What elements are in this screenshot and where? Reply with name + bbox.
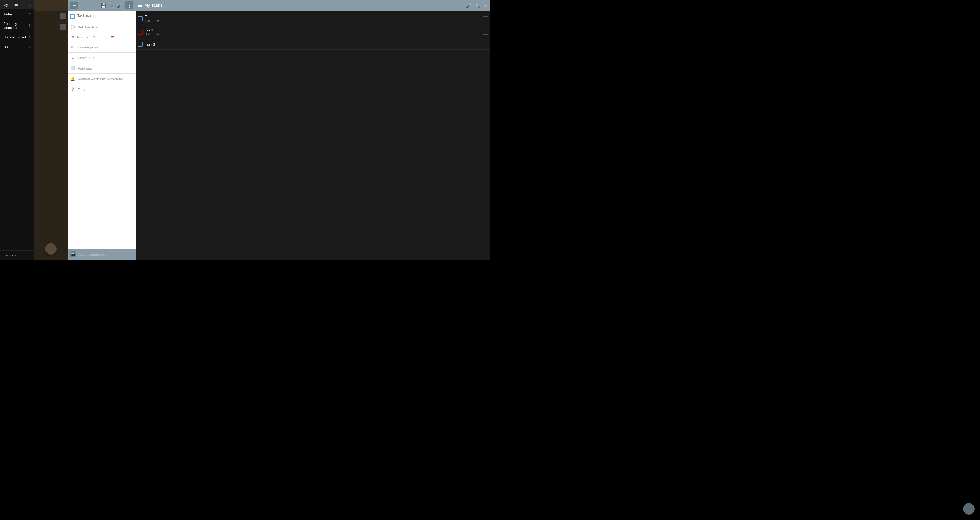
sidebar-item-today-label: Today [3, 12, 13, 16]
comment-input[interactable] [78, 252, 134, 257]
sidebar-item-uncategorized[interactable]: Uncategorized 1 [0, 32, 34, 42]
settings-button[interactable]: Settings [0, 250, 34, 260]
hide-icon: ⬜ [70, 66, 75, 71]
tasks-search-icon[interactable]: 🔍 [475, 3, 480, 8]
detail-body: 🕐 Set due date ⚑ Priority ! !! !!! ✏ Unc… [68, 11, 136, 249]
detail-footer: 📷 [68, 249, 136, 260]
tasks-list: Test Sat | List Test2 Sat | List [136, 11, 490, 260]
task-item-test2[interactable]: Test2 Sat | List [136, 26, 490, 39]
sidebar-item-today-count: 1 [29, 13, 30, 16]
save-icon[interactable]: 💾 [101, 3, 107, 8]
description-label: Description... [78, 56, 134, 60]
task-test-sep: | [152, 19, 153, 22]
task-test2-meta: Sat | List [145, 33, 481, 36]
tasks-header-title: My Tasks [144, 3, 162, 8]
sidebar-item-uncategorized-label: Uncategorized [3, 35, 26, 39]
priority-high-option[interactable]: !!! [111, 35, 114, 39]
mic-icon[interactable]: 🎤 [117, 3, 123, 8]
remind-row[interactable]: 🔔 Remind when due & overdue [68, 74, 136, 84]
task-test-meta: Sat | List [145, 19, 481, 22]
tasks-more-icon[interactable]: ⋮ [484, 3, 488, 8]
task-test-name: Test [145, 14, 481, 19]
task-test2-checkbox[interactable] [138, 30, 143, 35]
sidebar-item-uncategorized-count: 1 [29, 35, 30, 39]
sidebar-item-list[interactable]: List 2 [0, 42, 34, 51]
detail-header: ← 💾 📎 🎤 ⋮ [68, 0, 136, 11]
hamburger-line-3 [138, 6, 142, 7]
sidebar-item-list-label: List [3, 45, 9, 49]
category-row[interactable]: ✏ Uncategorized [68, 42, 136, 53]
priority-row: ⚑ Priority ! !! !!! [68, 32, 136, 42]
task-test2-list: List [154, 33, 159, 36]
tasks-header: My Tasks 🎤 🔍 ⋮ [136, 0, 490, 11]
remind-label: Remind when due & overdue [78, 77, 134, 81]
sidebar-item-recently-modified-count: 3 [29, 24, 30, 28]
priority-medium-option[interactable]: !! [105, 35, 107, 39]
task-test2-complete-box[interactable] [483, 30, 488, 35]
list-panel-item-2[interactable] [34, 21, 68, 32]
hide-until-row[interactable]: ⬜ Hide until [68, 63, 136, 74]
sidebar-item-my-tasks-count: 3 [29, 3, 30, 7]
task-name-checkbox[interactable] [70, 14, 75, 19]
due-date-row[interactable]: 🕐 Set due date [68, 22, 136, 32]
sidebar: My Tasks 3 Today 1 Recently Modified 3 U… [0, 0, 34, 260]
bell-icon: 🔔 [70, 77, 75, 81]
more-icon[interactable]: ⋮ [125, 2, 134, 10]
list-item-square-2 [60, 24, 66, 30]
camera-icon[interactable]: 📷 [70, 251, 76, 257]
list-item-square-1 [60, 13, 66, 19]
tasks-header-icons: 🎤 🔍 ⋮ [466, 3, 488, 8]
description-icon: ≡ [70, 55, 75, 60]
clock-icon: 🕐 [70, 25, 75, 30]
timer-label: Timer [78, 88, 134, 91]
back-icon: ← [72, 3, 76, 8]
detail-panel: ← 💾 📎 🎤 ⋮ 🕐 Set due date ⚑ Priority ! [68, 0, 136, 260]
task-task3-info: Task 3 [145, 42, 488, 46]
sidebar-item-recently-modified-label: Recently Modified [3, 22, 29, 30]
detail-header-icons: 💾 📎 🎤 ⋮ [101, 2, 134, 10]
sidebar-item-my-tasks-label: My Tasks [3, 3, 18, 7]
task-name-row[interactable] [68, 11, 136, 22]
task-test-date: Sat [145, 19, 150, 22]
task-test-complete-box[interactable] [483, 16, 488, 21]
hamburger-line-1 [138, 4, 142, 4]
attach-icon[interactable]: 📎 [109, 3, 115, 8]
tasks-header-left: My Tasks [138, 3, 162, 8]
priority-options: ! !! !!! [93, 35, 134, 39]
description-row[interactable]: ≡ Description... [68, 53, 136, 63]
category-label: Uncategorized [78, 45, 134, 49]
priority-none-option[interactable] [93, 36, 95, 38]
flag-icon: ⚑ [70, 35, 75, 40]
task-item-task3[interactable]: Task 3 [136, 39, 490, 49]
tasks-mic-icon[interactable]: 🎤 [466, 3, 472, 8]
sidebar-item-list-count: 2 [29, 45, 30, 49]
hamburger-icon[interactable] [138, 4, 142, 7]
list-panel-item-1[interactable] [34, 11, 68, 21]
hamburger-line-2 [138, 5, 142, 6]
list-panel-fab-icon: + [49, 245, 53, 253]
timer-row[interactable]: ⏱ Timer [68, 84, 136, 95]
list-panel: + [34, 0, 68, 260]
list-panel-fab[interactable]: + [45, 243, 57, 255]
sidebar-item-recently-modified[interactable]: Recently Modified 3 [0, 19, 34, 32]
sidebar-item-my-tasks[interactable]: My Tasks 3 [0, 0, 34, 10]
task-test-checkbox[interactable] [138, 16, 143, 21]
task-test-list: List [154, 19, 159, 22]
task-test-info: Test Sat | List [145, 14, 481, 22]
list-panel-header [34, 0, 68, 11]
task-task3-checkbox[interactable] [138, 42, 143, 46]
sidebar-item-today[interactable]: Today 1 [0, 10, 34, 19]
list-panel-items [34, 11, 68, 260]
task-test2-sep: | [152, 33, 153, 36]
back-button[interactable]: ← [70, 2, 78, 10]
priority-label: Priority [77, 35, 91, 39]
task-test2-info: Test2 Sat | List [145, 28, 481, 36]
due-date-label: Set due date [78, 25, 134, 29]
task-item-test[interactable]: Test Sat | List [136, 12, 490, 26]
task-test2-date: Sat [145, 33, 150, 36]
task-name-input[interactable] [77, 14, 134, 18]
task-task3-name: Task 3 [145, 42, 488, 46]
priority-low-option[interactable]: ! [99, 35, 100, 39]
timer-icon: ⏱ [70, 87, 75, 92]
task-test2-name: Test2 [145, 28, 481, 32]
